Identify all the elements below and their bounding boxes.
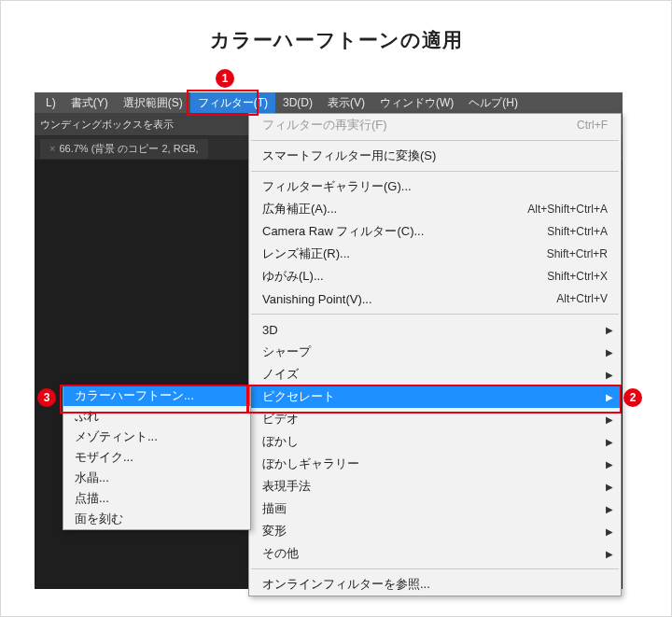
submenu-arrow-icon: ▶ [606, 437, 613, 447]
menu-item[interactable]: 3D(D) [275, 92, 320, 113]
menu-row-smartfilter[interactable]: スマートフィルター用に変換(S) [249, 145, 621, 167]
submenu-arrow-icon: ▶ [606, 325, 613, 335]
menu-row[interactable]: シャープ▶ [249, 341, 621, 363]
menu-row[interactable]: 変形▶ [249, 520, 621, 542]
document-tab[interactable]: ×66.7% (背景 のコピー 2, RGB, [40, 139, 208, 159]
menu-row-rerun[interactable]: フィルターの再実行(F) Ctrl+F [249, 114, 621, 136]
menu-row[interactable]: フィルターギャラリー(G)... [249, 175, 621, 198]
menu-row[interactable]: Vanishing Point(V)...Alt+Ctrl+V [249, 287, 621, 310]
filter-menu: フィルターの再実行(F) Ctrl+F スマートフィルター用に変換(S) フィル… [248, 113, 622, 596]
submenu-row[interactable]: メゾティント... [63, 427, 250, 447]
submenu-arrow-icon: ▶ [606, 392, 613, 402]
submenu-row-color-halftone[interactable]: カラーハーフトーン... [63, 386, 250, 406]
menu-item[interactable]: ヘルプ(H) [461, 92, 525, 113]
menu-row[interactable]: 3D▶ [249, 318, 621, 341]
menu-row[interactable]: ノイズ▶ [249, 363, 621, 386]
submenu-arrow-icon: ▶ [606, 482, 613, 492]
menu-row[interactable]: オンラインフィルターを参照... [249, 573, 621, 596]
menu-item[interactable]: L) [38, 92, 63, 113]
menu-row[interactable]: 表現手法▶ [249, 475, 621, 498]
submenu-arrow-icon: ▶ [606, 370, 613, 380]
callout-badge-2: 2 [623, 388, 642, 407]
submenu-arrow-icon: ▶ [606, 526, 613, 537]
submenu-arrow-icon: ▶ [606, 414, 613, 425]
submenu-arrow-icon: ▶ [606, 504, 613, 514]
menu-row[interactable]: ゆがみ(L)...Shift+Ctrl+X [249, 265, 621, 287]
photoshop-window: L) 書式(Y) 選択範囲(S) フィルター(T) 3D(D) 表示(V) ウィ… [35, 92, 623, 589]
callout-badge-3: 3 [37, 388, 56, 407]
submenu-row[interactable]: 点描... [63, 488, 250, 509]
menu-item[interactable]: 選択範囲(S) [116, 92, 190, 113]
menu-row[interactable]: レンズ補正(R)...Shift+Ctrl+R [249, 243, 621, 265]
menu-row[interactable]: 広角補正(A)...Alt+Shift+Ctrl+A [249, 198, 621, 220]
menu-row[interactable]: ビデオ▶ [249, 408, 621, 430]
submenu-arrow-icon: ▶ [606, 347, 613, 358]
pixelate-submenu: カラーハーフトーン... ぶれ メゾティント... モザイク... 水晶... … [63, 385, 251, 530]
menu-item[interactable]: 表示(V) [320, 92, 372, 113]
menu-item[interactable]: 書式(Y) [63, 92, 116, 113]
menu-row[interactable]: その他▶ [249, 542, 621, 565]
menu-item-filter[interactable]: フィルター(T) [190, 92, 275, 113]
menu-row[interactable]: ぼかし▶ [249, 430, 621, 453]
callout-badge-1: 1 [216, 69, 234, 88]
menu-row[interactable]: ぼかしギャラリー▶ [249, 453, 621, 475]
menubar: L) 書式(Y) 選択範囲(S) フィルター(T) 3D(D) 表示(V) ウィ… [35, 92, 623, 113]
submenu-arrow-icon: ▶ [606, 549, 613, 559]
menu-item[interactable]: ウィンドウ(W) [372, 92, 461, 113]
submenu-row[interactable]: ぶれ [63, 406, 250, 427]
submenu-arrow-icon: ▶ [606, 459, 613, 470]
submenu-row[interactable]: 水晶... [63, 468, 250, 488]
submenu-row[interactable]: 面を刻む [63, 509, 250, 529]
submenu-row[interactable]: モザイク... [63, 447, 250, 468]
menu-row-pixelate[interactable]: ピクセレート▶ [249, 386, 621, 408]
menu-separator [251, 171, 619, 172]
menu-row[interactable]: Camera Raw フィルター(C)...Shift+Ctrl+A [249, 220, 621, 243]
page-title: カラーハーフトーンの適用 [1, 27, 671, 53]
menu-row[interactable]: 描画▶ [249, 498, 621, 520]
options-bar-text: ウンディングボックスを表示 [40, 118, 174, 132]
menu-separator [251, 140, 619, 141]
menu-separator [251, 568, 619, 569]
menu-separator [251, 314, 619, 315]
